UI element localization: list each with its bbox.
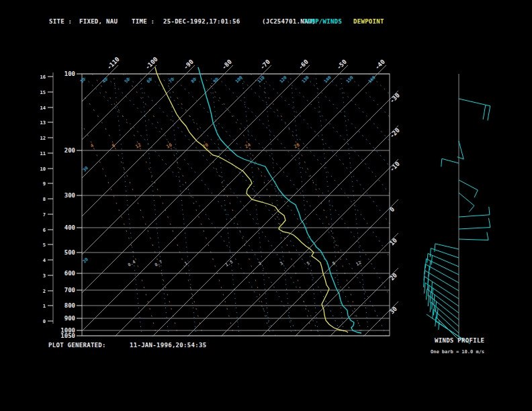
mixing-ratio-lines <box>114 74 369 336</box>
svg-text:30: 30 <box>79 77 87 84</box>
svg-text:300: 300 <box>64 192 75 199</box>
svg-text:600: 600 <box>64 270 75 277</box>
svg-text:20: 20 <box>82 257 89 264</box>
plot-generated-value: 11-JAN-1996,20:54:35 <box>130 342 206 349</box>
svg-text:16: 16 <box>40 75 46 80</box>
skewt-app-screen: SITE : FIXED, NAU TIME : 25-DEC-1992,17:… <box>0 0 532 411</box>
svg-text:110: 110 <box>257 75 266 84</box>
svg-text:-110: -110 <box>105 56 120 71</box>
svg-text:0.4: 0.4 <box>127 259 136 268</box>
svg-text:-50: -50 <box>335 58 348 71</box>
svg-text:16: 16 <box>165 142 173 150</box>
svg-text:500: 500 <box>64 249 75 256</box>
dry-adiabat-lines <box>81 74 532 336</box>
svg-text:14: 14 <box>40 105 46 111</box>
svg-text:50: 50 <box>124 77 131 84</box>
svg-text:30: 30 <box>388 306 398 316</box>
svg-text:400: 400 <box>64 224 75 231</box>
svg-text:130: 130 <box>301 75 310 84</box>
svg-text:11: 11 <box>40 151 46 156</box>
svg-text:60: 60 <box>146 77 153 84</box>
svg-text:-20: -20 <box>388 127 401 140</box>
svg-text:-30: -30 <box>388 92 401 105</box>
svg-text:700: 700 <box>64 287 75 293</box>
pressure-grid-lines <box>82 74 390 336</box>
svg-text:140: 140 <box>323 75 332 84</box>
svg-text:-10: -10 <box>388 161 401 173</box>
svg-text:70: 70 <box>168 77 175 84</box>
svg-text:100: 100 <box>64 71 75 77</box>
svg-text:10: 10 <box>40 167 46 172</box>
svg-text:28: 28 <box>293 142 300 150</box>
svg-text:13: 13 <box>40 120 46 126</box>
svg-text:800: 800 <box>64 302 75 309</box>
svg-text:-100: -100 <box>144 56 159 71</box>
svg-text:9: 9 <box>43 181 46 187</box>
svg-text:1050: 1050 <box>60 332 75 339</box>
svg-text:80: 80 <box>190 77 197 84</box>
svg-text:4: 4 <box>43 258 46 263</box>
svg-text:3: 3 <box>43 273 46 279</box>
svg-text:-40: -40 <box>373 58 386 71</box>
svg-text:2: 2 <box>43 289 46 294</box>
winds-barb-scale-note: One barb = 10.0 m/s <box>431 349 484 355</box>
svg-text:6: 6 <box>43 228 46 233</box>
svg-text:-70: -70 <box>259 58 271 71</box>
svg-text:120: 120 <box>279 75 288 84</box>
svg-text:8: 8 <box>43 197 46 202</box>
svg-text:12: 12 <box>40 136 46 141</box>
svg-text:7: 7 <box>43 212 46 218</box>
svg-text:1: 1 <box>43 304 46 309</box>
plot-border <box>82 74 390 336</box>
winds-profile-title: WINDS PROFILE <box>435 337 484 344</box>
svg-text:200: 200 <box>64 147 75 154</box>
svg-text:40: 40 <box>101 77 109 84</box>
svg-text:-60: -60 <box>297 58 310 71</box>
svg-text:24: 24 <box>244 142 251 150</box>
svg-text:90: 90 <box>212 77 220 84</box>
svg-text:5: 5 <box>43 242 46 248</box>
svg-text:100: 100 <box>234 75 244 84</box>
svg-text:20: 20 <box>388 272 398 282</box>
svg-text:900: 900 <box>64 315 75 322</box>
winds-profile <box>423 74 490 344</box>
svg-text:10: 10 <box>388 237 398 247</box>
svg-text:15: 15 <box>40 90 46 95</box>
sounding-curves <box>155 67 361 333</box>
svg-text:1.5: 1.5 <box>224 259 234 268</box>
svg-text:0.7: 0.7 <box>154 259 163 268</box>
svg-text:-90: -90 <box>182 58 195 71</box>
plot-generated-label: PLOT GENERATED: <box>48 342 106 349</box>
svg-text:-80: -80 <box>220 58 233 71</box>
axis-labels: 10020030040050060070080090010001050-110-… <box>40 56 401 339</box>
isotherm-lines <box>82 65 398 338</box>
svg-text:150: 150 <box>345 75 355 84</box>
svg-text:0: 0 <box>43 319 46 324</box>
svg-text:12: 12 <box>134 142 142 150</box>
